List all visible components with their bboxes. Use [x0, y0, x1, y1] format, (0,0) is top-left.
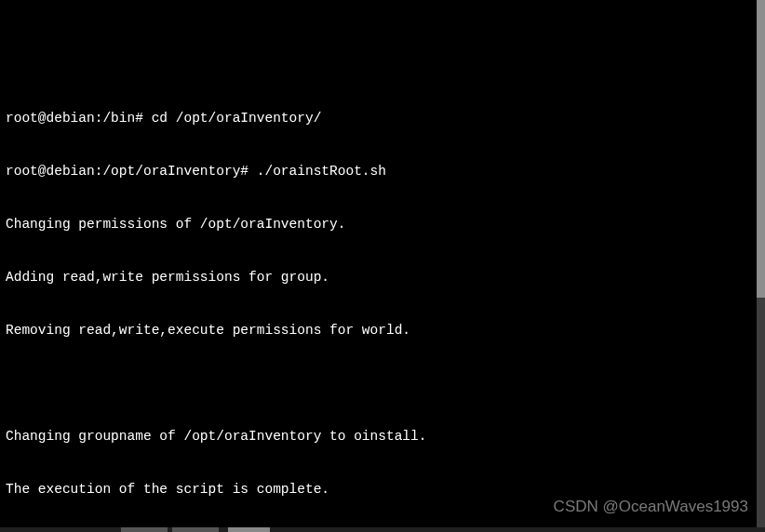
line: [6, 375, 759, 392]
line: Changing permissions of /opt/oraInventor…: [6, 216, 759, 233]
line: root@debian:/bin# cd /opt/oraInventory/: [6, 110, 759, 127]
line: Changing groupname of /opt/oraInventory …: [6, 428, 759, 446]
taskbar: [0, 527, 765, 532]
line: root@debian:/opt/oraInventory# ./orainst…: [6, 163, 759, 180]
line: The execution of the script is complete.: [6, 481, 759, 499]
scrollbar[interactable]: [757, 0, 765, 532]
terminal-output[interactable]: root@debian:/bin# cd /opt/oraInventory/ …: [6, 74, 759, 532]
line: Removing read,write,execute permissions …: [6, 322, 759, 339]
line: Adding read,write permissions for group.: [6, 269, 759, 286]
scrollbar-thumb[interactable]: [757, 0, 765, 298]
